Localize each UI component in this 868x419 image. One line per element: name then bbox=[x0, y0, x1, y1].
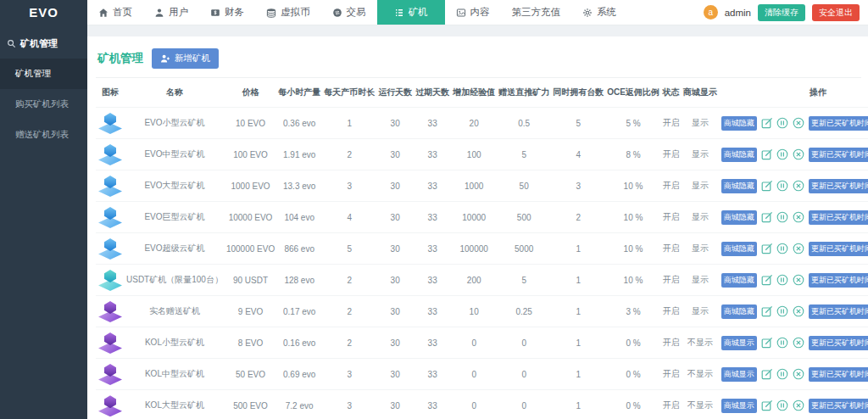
update-bought-miner-time-button[interactable]: 更新已买矿机时间 bbox=[809, 242, 868, 256]
edit-icon[interactable] bbox=[761, 274, 773, 286]
pause-icon[interactable] bbox=[776, 305, 788, 317]
logout-button[interactable]: 安全退出 bbox=[812, 4, 860, 21]
delete-icon[interactable] bbox=[793, 243, 804, 254]
pause-icon[interactable] bbox=[776, 180, 788, 192]
nav-item-content[interactable]: 内容 bbox=[445, 0, 501, 25]
cell-run-days: 30 bbox=[376, 139, 414, 170]
nav-item-finance[interactable]: 财务 bbox=[199, 0, 255, 25]
update-bought-miner-time-button[interactable]: 更新已买矿机时间 bbox=[809, 116, 868, 131]
pause-icon[interactable] bbox=[776, 243, 788, 254]
edit-icon[interactable] bbox=[761, 305, 773, 317]
cell-mall-display: 显示 bbox=[682, 202, 719, 233]
cell-status: 开启 bbox=[661, 202, 682, 233]
mall-toggle-button[interactable]: 商城隐藏 bbox=[721, 273, 757, 288]
cell-run-days: 30 bbox=[376, 359, 414, 390]
cell-max-own: 1 bbox=[551, 233, 605, 265]
username[interactable]: admin bbox=[725, 8, 751, 18]
sidebar-section-header[interactable]: 矿机管理 bbox=[0, 25, 87, 59]
mall-toggle-button[interactable]: 商城显示 bbox=[721, 336, 757, 350]
cell-daily-hours: 5 bbox=[322, 233, 376, 265]
mall-toggle-button[interactable]: 商城隐藏 bbox=[721, 179, 757, 193]
edit-icon[interactable] bbox=[761, 337, 773, 349]
gear-icon bbox=[582, 8, 593, 18]
nav-item-miner[interactable]: 矿机 bbox=[377, 0, 445, 25]
sidebar-item-gift-miner-list[interactable]: 赠送矿机列表 bbox=[0, 120, 87, 150]
cell-status: 开启 bbox=[661, 265, 682, 296]
delete-icon[interactable] bbox=[793, 180, 804, 192]
app-root: EVO 矿机管理 矿机管理 购买矿机列表 赠送矿机列表 首页 用户 bbox=[0, 0, 868, 419]
col-header-icon: 图标 bbox=[96, 78, 125, 108]
cell-oce-rate: 0 % bbox=[605, 359, 661, 390]
cell-gift-power: 0 bbox=[497, 327, 551, 359]
cell-expire-days: 33 bbox=[414, 390, 451, 419]
delete-icon[interactable] bbox=[793, 337, 804, 349]
update-bought-miner-time-button[interactable]: 更新已买矿机时间 bbox=[809, 399, 868, 413]
col-header-actions: 操作 bbox=[719, 78, 868, 108]
table-row: KOL小型云矿机 8 EVO 0.16 evo 2 30 33 0 0 1 0 … bbox=[96, 327, 868, 359]
cell-daily-hours: 4 bbox=[322, 202, 376, 233]
add-miner-button[interactable]: 新增矿机 bbox=[152, 48, 219, 69]
nav-item-third-party-recharge[interactable]: 第三方充值 bbox=[501, 0, 572, 25]
cell-exp-value: 100000 bbox=[451, 233, 497, 265]
delete-icon[interactable] bbox=[793, 211, 804, 223]
update-bought-miner-time-button[interactable]: 更新已买矿机时间 bbox=[809, 148, 868, 162]
cell-hourly-output: 13.3 evo bbox=[276, 170, 322, 202]
cell-mall-display: 显示 bbox=[682, 265, 719, 296]
edit-icon[interactable] bbox=[761, 148, 773, 160]
delete-icon[interactable] bbox=[793, 148, 804, 160]
col-header-gift-power: 赠送直推矿力 bbox=[497, 78, 551, 108]
pause-icon[interactable] bbox=[776, 148, 788, 160]
clear-cache-button[interactable]: 清除缓存 bbox=[758, 4, 805, 21]
delete-icon[interactable] bbox=[793, 399, 804, 411]
delete-icon[interactable] bbox=[793, 274, 804, 286]
edit-icon[interactable] bbox=[761, 117, 773, 129]
delete-icon[interactable] bbox=[793, 368, 804, 380]
update-bought-miner-time-button[interactable]: 更新已买矿机时间 bbox=[809, 179, 868, 193]
edit-icon[interactable] bbox=[761, 211, 773, 223]
cell-max-own: 1 bbox=[551, 390, 605, 419]
title-row: 矿机管理 新增矿机 bbox=[96, 45, 861, 78]
edit-icon[interactable] bbox=[761, 399, 773, 411]
edit-icon[interactable] bbox=[761, 243, 773, 254]
nav-item-trade[interactable]: 交易 bbox=[321, 0, 377, 25]
sidebar-item-bought-miner-list[interactable]: 购买矿机列表 bbox=[0, 89, 87, 120]
edit-icon[interactable] bbox=[761, 180, 773, 192]
mall-toggle-button[interactable]: 商城隐藏 bbox=[721, 116, 757, 131]
pause-icon[interactable] bbox=[776, 399, 788, 411]
nav-item-home[interactable]: 首页 bbox=[87, 0, 143, 25]
cell-status: 开启 bbox=[661, 108, 682, 139]
mall-toggle-button[interactable]: 商城隐藏 bbox=[721, 210, 757, 225]
cell-oce-rate: 10 % bbox=[605, 265, 661, 296]
delete-icon[interactable] bbox=[793, 117, 804, 129]
mall-toggle-button[interactable]: 商城隐藏 bbox=[721, 242, 757, 256]
mall-toggle-button[interactable]: 商城隐藏 bbox=[721, 304, 757, 319]
nav-item-label: 矿机 bbox=[409, 6, 428, 19]
cell-run-days: 30 bbox=[376, 170, 414, 202]
update-bought-miner-time-button[interactable]: 更新已买矿机时间 bbox=[809, 367, 868, 382]
update-bought-miner-time-button[interactable]: 更新已买矿机时间 bbox=[809, 210, 868, 225]
mall-toggle-button[interactable]: 商城显示 bbox=[721, 367, 757, 382]
page-title: 矿机管理 bbox=[97, 51, 143, 66]
edit-icon[interactable] bbox=[761, 368, 773, 380]
nav-item-virtual-coin[interactable]: 虚拟币 bbox=[255, 0, 321, 25]
pause-icon[interactable] bbox=[776, 274, 788, 286]
update-bought-miner-time-button[interactable]: 更新已买矿机时间 bbox=[809, 304, 868, 319]
pause-icon[interactable] bbox=[776, 337, 788, 349]
pause-icon[interactable] bbox=[776, 117, 788, 129]
update-bought-miner-time-button[interactable]: 更新已买矿机时间 bbox=[809, 336, 868, 350]
cell-daily-hours: 2 bbox=[322, 265, 376, 296]
cell-name: USDT矿机（限量100台） bbox=[125, 265, 225, 296]
pause-icon[interactable] bbox=[776, 211, 788, 223]
avatar[interactable]: a bbox=[704, 5, 718, 20]
sidebar-item-miner-manage[interactable]: 矿机管理 bbox=[0, 59, 87, 89]
delete-icon[interactable] bbox=[793, 305, 804, 317]
cell-icon bbox=[96, 296, 125, 327]
nav-item-users[interactable]: 用户 bbox=[143, 0, 199, 25]
update-bought-miner-time-button[interactable]: 更新已买矿机时间 bbox=[809, 273, 868, 288]
cell-name: KOL大型云矿机 bbox=[125, 390, 225, 419]
nav-item-system[interactable]: 系统 bbox=[571, 0, 627, 25]
mall-toggle-button[interactable]: 商城显示 bbox=[721, 399, 757, 413]
pause-icon[interactable] bbox=[776, 368, 788, 380]
cell-icon bbox=[96, 265, 125, 296]
mall-toggle-button[interactable]: 商城隐藏 bbox=[721, 148, 757, 162]
